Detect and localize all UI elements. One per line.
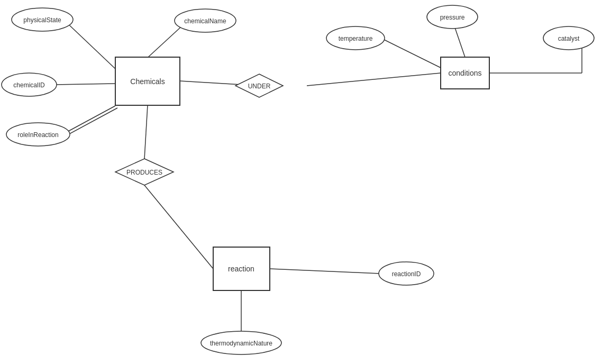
reaction-label: reaction: [228, 265, 254, 273]
roleinreaction-label: roleInReaction: [17, 131, 58, 139]
er-diagram-canvas: Chemicals conditions reaction UNDER PROD…: [0, 0, 611, 364]
physicalstate-label: physicalState: [23, 16, 61, 24]
thermodynamicnature-label: thermodynamicNature: [210, 340, 272, 347]
svg-line-8: [381, 38, 441, 68]
svg-line-13: [144, 185, 213, 269]
svg-line-3: [62, 106, 115, 134]
svg-line-4: [65, 108, 117, 136]
temperature-label: temperature: [339, 35, 373, 42]
chemicalid-label: chemicalID: [13, 81, 45, 89]
catalyst-label: catalyst: [558, 35, 580, 42]
produces-label: PRODUCES: [126, 169, 162, 176]
chemicals-label: Chemicals: [130, 77, 165, 86]
reactionid-label: reactionID: [392, 270, 421, 278]
svg-line-0: [63, 20, 115, 69]
chemicalname-label: chemicalName: [184, 17, 226, 25]
diagram-svg: Chemicals conditions reaction UNDER PROD…: [0, 0, 611, 364]
svg-line-6: [307, 73, 441, 86]
svg-line-2: [54, 84, 115, 85]
svg-line-12: [144, 105, 148, 159]
pressure-label: pressure: [440, 14, 465, 21]
under-label: UNDER: [248, 83, 271, 90]
conditions-label: conditions: [448, 69, 481, 77]
svg-line-14: [270, 269, 380, 274]
